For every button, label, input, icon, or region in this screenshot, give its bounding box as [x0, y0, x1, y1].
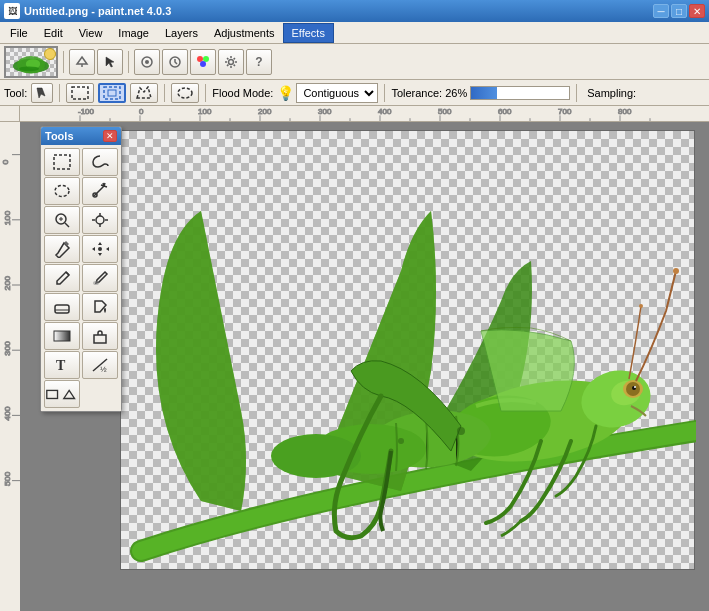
svg-text:T: T [56, 358, 66, 373]
svg-text:300: 300 [2, 341, 12, 356]
app-icon: 🖼 [4, 3, 20, 19]
tolerance-fill [471, 87, 496, 99]
tool-paint-bucket[interactable] [82, 293, 118, 321]
menu-file[interactable]: File [2, 23, 36, 43]
tool-pan[interactable] [82, 206, 118, 234]
select-circle-btn[interactable] [171, 83, 199, 103]
secondary-toolbar: Tool: Flood Mode: 💡 Contiguous Global To… [0, 80, 709, 106]
toolbar-separator-1 [63, 51, 64, 73]
tool-text[interactable]: T [44, 351, 80, 379]
maximize-button[interactable]: □ [671, 4, 687, 18]
tool-stamp[interactable] [82, 322, 118, 350]
svg-rect-76 [47, 390, 58, 398]
toolbar-help-button[interactable]: ? [246, 49, 272, 75]
svg-rect-72 [94, 335, 106, 343]
menu-edit[interactable]: Edit [36, 23, 71, 43]
tolerance-slider[interactable] [470, 86, 570, 100]
tolerance-value: 26% [445, 87, 467, 99]
ruler-horizontal: -100 0 100 200 300 400 500 600 700 800 [20, 106, 709, 121]
svg-point-68 [93, 281, 99, 285]
svg-point-8 [203, 56, 209, 62]
canvas[interactable] [120, 130, 695, 570]
svg-point-84 [634, 386, 636, 388]
tool-rectangle-select[interactable] [44, 148, 80, 176]
tool-line[interactable]: ½ [82, 351, 118, 379]
toolbar2-sep-5 [576, 84, 577, 102]
tool-color-picker[interactable] [44, 235, 80, 263]
canvas-area[interactable]: Tools ✕ [20, 122, 709, 611]
svg-rect-59 [54, 155, 70, 169]
svg-text:300: 300 [318, 108, 331, 117]
toolbar2-sep-4 [384, 84, 385, 102]
tool-selector[interactable] [31, 83, 53, 103]
tool-shapes[interactable] [44, 380, 80, 408]
svg-text:½: ½ [100, 365, 107, 374]
select-custom-btn[interactable] [130, 83, 158, 103]
tolerance-section: Tolerance: 26% [391, 86, 570, 100]
tools-panel-header[interactable]: Tools ✕ [41, 127, 121, 145]
svg-point-7 [197, 56, 203, 62]
svg-point-86 [639, 304, 643, 308]
flood-mode-control[interactable]: 💡 Contiguous Global [277, 83, 378, 103]
svg-point-9 [200, 61, 206, 67]
menu-adjustments[interactable]: Adjustments [206, 23, 283, 43]
canvas-image [121, 131, 696, 571]
tools-panel-title: Tools [45, 130, 74, 142]
toolbar-history-button[interactable] [162, 49, 188, 75]
tool-brush[interactable] [82, 264, 118, 292]
minimize-button[interactable]: ─ [653, 4, 669, 18]
svg-line-63 [65, 223, 69, 227]
svg-rect-46 [0, 122, 20, 611]
toolbar-cursor-button[interactable] [97, 49, 123, 75]
svg-text:100: 100 [198, 108, 211, 117]
flood-mode-label: Flood Mode: [212, 87, 273, 99]
toolbar-gear-button[interactable] [218, 49, 244, 75]
svg-text:800: 800 [618, 108, 631, 117]
select-rect-btn[interactable] [66, 83, 94, 103]
toolbar-color-button[interactable] [190, 49, 216, 75]
svg-point-67 [98, 247, 102, 251]
toolbar-arrow-button[interactable] [69, 49, 95, 75]
tolerance-label: Tolerance: [391, 87, 442, 99]
main-toolbar: ? [0, 44, 709, 80]
image-preview-thumbnail[interactable] [4, 46, 58, 78]
window-title: Untitled.png - paint.net 4.0.3 [24, 5, 171, 17]
menu-image[interactable]: Image [110, 23, 157, 43]
tool-magic-wand[interactable] [82, 177, 118, 205]
toolbar2-sep-2 [164, 84, 165, 102]
tool-pencil[interactable] [44, 264, 80, 292]
tools-panel-close[interactable]: ✕ [103, 130, 117, 142]
window-controls: ─ □ ✕ [653, 4, 705, 18]
tool-lasso[interactable] [82, 148, 118, 176]
flood-mode-select[interactable]: Contiguous Global [296, 83, 378, 103]
canvas-wrapper[interactable] [120, 130, 701, 570]
tools-grid: T ½ [41, 145, 121, 411]
ruler-corner [0, 106, 20, 121]
svg-text:-100: -100 [78, 108, 94, 117]
tool-eraser[interactable] [44, 293, 80, 321]
svg-text:500: 500 [438, 108, 451, 117]
tool-ellipse-select[interactable] [44, 177, 80, 205]
toolbar-separator-2 [128, 51, 129, 73]
title-bar: 🖼 Untitled.png - paint.net 4.0.3 ─ □ ✕ [0, 0, 709, 22]
svg-marker-77 [64, 390, 75, 398]
select-fixed-btn[interactable] [98, 83, 126, 103]
menu-layers[interactable]: Layers [157, 23, 206, 43]
tool-move[interactable] [82, 235, 118, 263]
menu-view[interactable]: View [71, 23, 111, 43]
svg-point-10 [229, 59, 234, 64]
menu-effects[interactable]: Effects [283, 23, 334, 43]
svg-point-3 [19, 66, 39, 71]
tool-zoom[interactable] [44, 206, 80, 234]
svg-rect-15 [20, 106, 709, 121]
svg-text:700: 700 [558, 108, 571, 117]
svg-text:0: 0 [139, 108, 143, 117]
tool-gradient[interactable] [44, 322, 80, 350]
svg-rect-71 [54, 331, 70, 341]
svg-text:400: 400 [2, 406, 12, 421]
close-button[interactable]: ✕ [689, 4, 705, 18]
toolbar2-sep-1 [59, 84, 60, 102]
svg-rect-12 [104, 87, 120, 99]
ruler-vertical: 0 100 200 300 400 500 [0, 122, 20, 611]
toolbar-settings-button[interactable] [134, 49, 160, 75]
